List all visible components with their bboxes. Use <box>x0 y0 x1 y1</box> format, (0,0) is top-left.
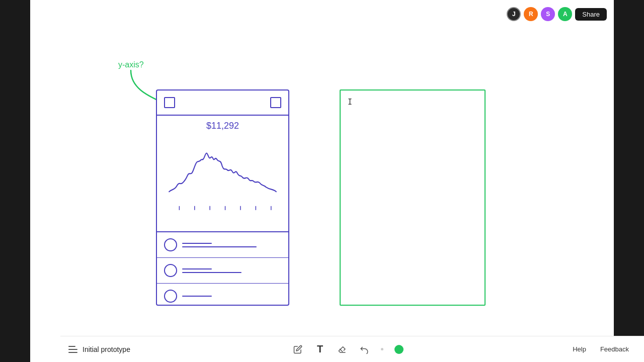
list-area <box>157 231 288 309</box>
avatar-r[interactable]: R <box>524 7 538 21</box>
chart-area: $11,292 <box>157 116 288 231</box>
chart-svg-container <box>164 134 281 215</box>
phone-header <box>157 90 288 116</box>
list-lines-1 <box>182 243 281 247</box>
top-toolbar: J R S A Share <box>507 7 607 21</box>
color-selector-green[interactable] <box>394 345 404 354</box>
avatar-a[interactable]: A <box>558 7 572 21</box>
green-rectangle: I <box>340 89 486 306</box>
list-line-short-1 <box>182 243 212 244</box>
toolbar-separator <box>381 348 383 350</box>
list-item-3 <box>157 284 288 309</box>
help-button[interactable]: Help <box>566 342 593 356</box>
cursor-indicator: I <box>348 98 352 107</box>
list-line-long-2 <box>182 272 242 273</box>
pencil-icon[interactable] <box>292 344 303 355</box>
list-circle-3 <box>164 290 177 303</box>
list-circle-2 <box>164 264 177 277</box>
toolbar-center: T <box>292 344 404 355</box>
feedback-button[interactable]: Feedback <box>593 342 636 356</box>
chart-value: $11,292 <box>164 121 281 131</box>
phone-corner-box-right <box>270 97 281 108</box>
phone-wireframe: $11,292 <box>156 89 289 306</box>
toolbar-right: Help Feedback <box>566 342 636 356</box>
list-line-short-3 <box>182 296 212 297</box>
list-line-short-2 <box>182 268 212 269</box>
toolbar-left: Initial prototype <box>68 345 130 353</box>
list-lines-2 <box>182 268 281 273</box>
avatar-s[interactable]: S <box>541 7 555 21</box>
list-item-1 <box>157 232 288 258</box>
eraser-icon[interactable] <box>337 344 348 355</box>
list-circle-1 <box>164 238 177 251</box>
menu-icon[interactable] <box>68 346 77 353</box>
avatar-j[interactable]: J <box>507 7 521 21</box>
list-item-2 <box>157 258 288 284</box>
bottom-toolbar: Initial prototype T <box>60 336 644 362</box>
list-lines-3 <box>182 296 281 297</box>
undo-icon[interactable] <box>359 344 370 355</box>
list-line-long-1 <box>182 246 257 247</box>
page-title: Initial prototype <box>83 345 130 353</box>
text-icon[interactable]: T <box>314 344 326 355</box>
share-button[interactable]: Share <box>575 8 607 21</box>
phone-corner-box-left <box>164 97 175 108</box>
left-sidebar <box>0 0 30 362</box>
canvas: J R S A Share y-axis? $11,292 <box>30 0 614 362</box>
yaxis-annotation: y-axis? <box>118 60 144 69</box>
